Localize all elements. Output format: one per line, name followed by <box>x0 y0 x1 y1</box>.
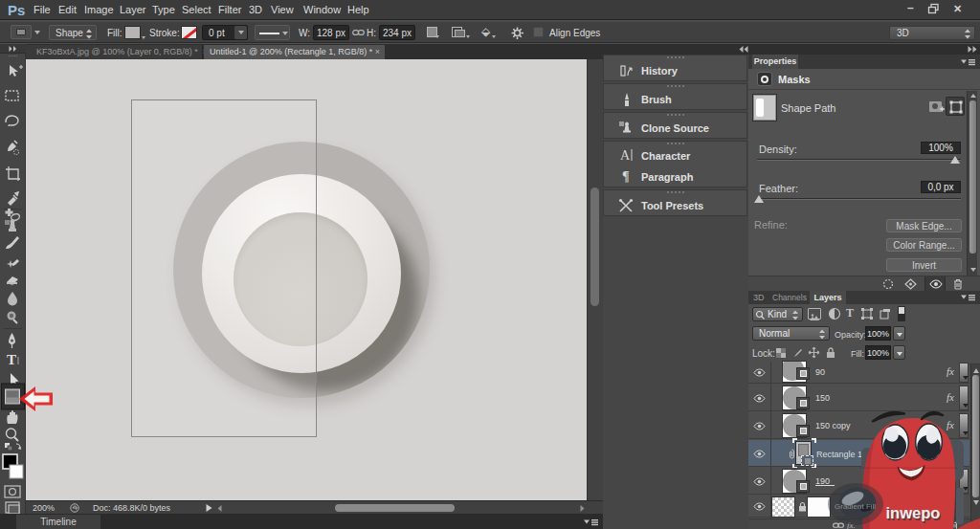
svg-text:¶: ¶ <box>622 169 630 184</box>
svg-text:inwepo: inwepo <box>886 504 941 521</box>
svg-text:A: A <box>620 148 631 163</box>
svg-text:T: T <box>7 352 16 367</box>
